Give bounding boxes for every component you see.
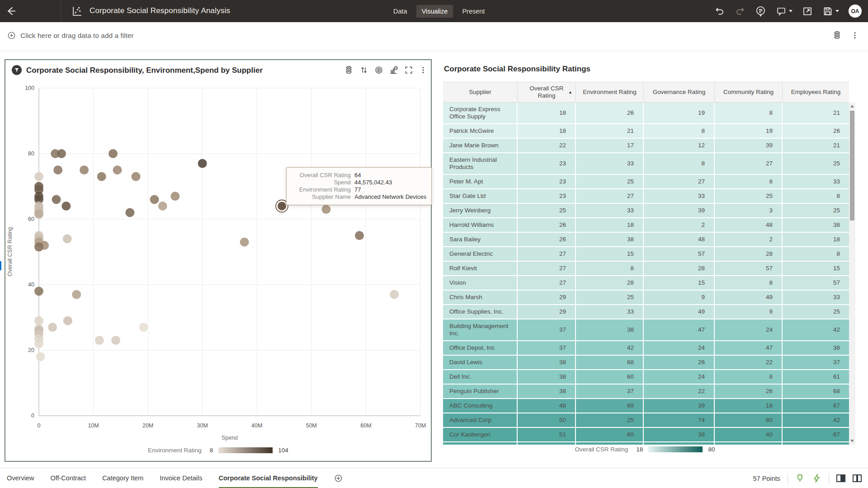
scrollbar-thumb[interactable] — [850, 111, 854, 221]
table-row[interactable]: Advanced Corp5025746042 — [443, 413, 849, 428]
scatter-point[interactable] — [34, 210, 43, 219]
tab-visualize[interactable]: Visualize — [416, 5, 453, 18]
col-header-community[interactable]: Community Rating — [715, 82, 783, 102]
table-row[interactable]: Star Gate Ltd232733258 — [443, 189, 849, 204]
open-window-icon[interactable] — [802, 6, 813, 17]
scatter-point[interactable] — [57, 149, 66, 158]
scatter-point[interactable] — [80, 165, 89, 174]
scatter-point[interactable] — [198, 159, 207, 168]
col-header-overall-csr[interactable]: Overall CSR Rating ▲ — [518, 82, 576, 102]
table-row[interactable]: Office Depot, Inc3742244738 — [443, 341, 849, 356]
table-row[interactable]: Building Management Inc.3738472442 — [443, 319, 849, 341]
scatter-point[interactable] — [132, 172, 141, 181]
scatter-point[interactable] — [240, 238, 249, 247]
scatter-point[interactable] — [97, 172, 106, 181]
table-row[interactable]: Eastern Industrial Products233382725 — [443, 153, 849, 175]
highlighted-point[interactable] — [278, 202, 286, 211]
kebab-menu-icon[interactable] — [851, 31, 859, 39]
scatter-point[interactable] — [34, 316, 43, 325]
rating-cell: 38 — [576, 319, 644, 340]
scatter-point[interactable] — [111, 336, 120, 345]
scatter-point[interactable] — [52, 195, 61, 204]
col-header-supplier[interactable]: Supplier — [443, 82, 518, 102]
scatter-point[interactable] — [61, 202, 71, 211]
filter-controls-icon[interactable] — [832, 30, 842, 40]
scatter-viz-panel[interactable]: Corporate Social Responsibility, Environ… — [5, 59, 432, 462]
scatter-point[interactable] — [113, 165, 122, 174]
col-header-environment[interactable]: Environment Rating — [576, 82, 644, 102]
scatter-point[interactable] — [34, 287, 43, 296]
panel-toggle-split-icon[interactable] — [853, 474, 862, 482]
scroll-up-icon[interactable] — [850, 105, 854, 108]
tab-present[interactable]: Present — [457, 5, 490, 18]
table-row[interactable]: Patrick McGwire182181926 — [443, 124, 849, 139]
col-header-employees[interactable]: Employees Rating — [783, 82, 849, 102]
table-row[interactable]: ABC Consulting4869391867 — [443, 399, 849, 413]
table-row[interactable]: Jane Marie Brown2217123921 — [443, 139, 849, 153]
table-row[interactable]: Patrick Fore5167403860 — [443, 442, 849, 445]
svg-text:20M: 20M — [142, 422, 153, 429]
scroll-down-icon[interactable] — [850, 440, 854, 442]
table-row[interactable]: Dell Inc.386024861 — [443, 370, 849, 385]
table-row[interactable]: Harrold Williams261824838 — [443, 218, 849, 233]
canvas-tab-invoice-details[interactable]: Invoice Details — [160, 468, 202, 488]
scatter-point[interactable] — [34, 172, 43, 181]
scatter-point[interactable] — [158, 202, 167, 211]
rating-cell: 37 — [518, 319, 576, 340]
canvas-tab-csr[interactable]: Corporate Social Responsibility — [219, 468, 318, 488]
table-row[interactable]: Penguin Publisher3837222668 — [443, 385, 849, 399]
assistant-icon[interactable] — [755, 5, 766, 17]
scatter-point[interactable] — [34, 339, 43, 348]
table-row[interactable]: Jerry Weinberg253339325 — [443, 204, 849, 218]
scatter-point[interactable] — [139, 323, 148, 332]
scatter-point[interactable] — [150, 195, 159, 204]
scatter-point[interactable] — [321, 205, 330, 214]
save-menu[interactable] — [822, 6, 839, 17]
table-row[interactable]: Sara Bailey263848218 — [443, 233, 849, 247]
scatter-point[interactable] — [63, 316, 72, 325]
canvas-tab-overview[interactable]: Overview — [7, 468, 34, 488]
canvas-tab-category-item[interactable]: Category Item — [102, 468, 143, 488]
scatter-point[interactable] — [95, 336, 104, 345]
pin-icon[interactable] — [795, 474, 805, 483]
redo-icon[interactable] — [735, 6, 745, 17]
table-row[interactable]: General Electric271557288 — [443, 247, 849, 262]
table-row[interactable]: David Lewis3868262237 — [443, 356, 849, 370]
table-row[interactable]: Corporate Express Office Supply182619821 — [443, 103, 849, 124]
table-row[interactable]: Vision272815857 — [443, 276, 849, 291]
panel-toggle-right-icon[interactable] — [836, 474, 845, 482]
table-viz-panel[interactable]: Corporate Social Responsibility Ratings … — [441, 59, 856, 462]
scatter-point[interactable] — [390, 290, 399, 299]
avatar[interactable]: OA — [849, 5, 862, 18]
rating-cell: 25 — [576, 291, 644, 304]
back-icon[interactable] — [5, 5, 17, 17]
rating-cell: 24 — [644, 370, 715, 384]
comments-menu[interactable] — [776, 6, 793, 17]
tab-data[interactable]: Data — [388, 5, 413, 18]
scatter-point[interactable] — [48, 323, 57, 332]
scatter-point[interactable] — [125, 208, 134, 217]
scatter-point[interactable] — [170, 192, 179, 201]
scatter-point[interactable] — [53, 165, 62, 174]
table-row[interactable]: Rolf Kievit278285715 — [443, 262, 849, 276]
scatter-point[interactable] — [72, 290, 81, 299]
table-row[interactable]: Office Supplies, Inc.293349925 — [443, 305, 849, 319]
table-row[interactable]: Peter M. Apt232527833 — [443, 175, 849, 189]
scatter-chart[interactable]: 010M20M30M40M50M60M70M020406080100Overal… — [5, 60, 431, 444]
add-filter-prompt[interactable]: Click here or drag data to add a filter — [7, 31, 134, 40]
scatter-point[interactable] — [108, 149, 118, 158]
canvas-tab-off-contract[interactable]: Off-Contract — [50, 468, 86, 488]
scatter-point[interactable] — [34, 243, 43, 252]
scatter-point[interactable] — [36, 352, 45, 361]
lightning-icon[interactable] — [812, 474, 821, 483]
data-panel-handle[interactable] — [0, 261, 1, 270]
undo-icon[interactable] — [714, 6, 725, 17]
table-row[interactable]: Chris Marsh292594933 — [443, 291, 849, 305]
table-row[interactable]: Cor Kasbergen5160384067 — [443, 428, 849, 442]
add-canvas-button[interactable] — [334, 468, 343, 488]
col-header-governance[interactable]: Governance Rating — [644, 82, 715, 102]
scatter-point[interactable] — [355, 231, 364, 240]
rating-cell: 33 — [783, 175, 849, 188]
scatter-point[interactable] — [63, 235, 72, 244]
table-scrollbar[interactable] — [849, 103, 855, 445]
